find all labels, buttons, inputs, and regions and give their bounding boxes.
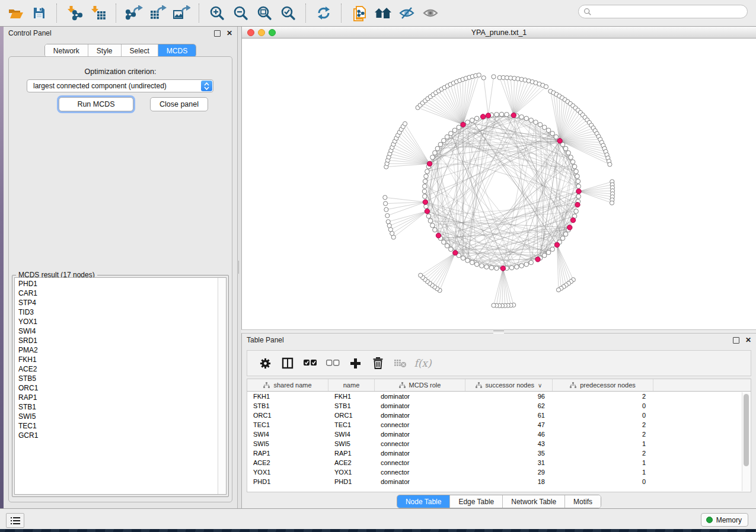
float-panel-icon[interactable] — [733, 337, 739, 344]
refresh-network-icon[interactable] — [312, 2, 336, 24]
cell-predecessor-nodes: 2 — [553, 450, 653, 457]
result-node[interactable]: FKH1 — [15, 355, 218, 364]
window-controls — [247, 29, 276, 36]
hide-selected-icon[interactable] — [395, 2, 419, 24]
result-node[interactable]: SWI4 — [15, 326, 218, 336]
column-header-MCDS-role[interactable]: MCDS role — [375, 379, 465, 391]
table-tab-node-table[interactable]: Node Table — [397, 495, 451, 508]
import-network-from-file-icon[interactable] — [63, 2, 87, 24]
table-row[interactable]: TEC1TEC1connector472 — [247, 420, 751, 430]
zoom-selected-icon[interactable] — [276, 2, 300, 24]
new-network-from-selection-icon[interactable] — [347, 2, 371, 24]
network-canvas[interactable] — [242, 39, 756, 329]
table-toolbar: f(x) — [247, 350, 751, 376]
network-window-titlebar[interactable]: YPA_prune.txt_1 — [242, 27, 756, 39]
result-scrollbar[interactable] — [218, 278, 226, 494]
tab-network[interactable]: Network — [45, 44, 88, 57]
tab-style[interactable]: Style — [88, 44, 122, 57]
cell-predecessor-nodes: 1 — [553, 469, 653, 476]
result-node[interactable]: STB1 — [15, 402, 218, 412]
result-node[interactable]: ACE2 — [15, 364, 218, 374]
network-graph[interactable] — [242, 39, 755, 329]
open-file-icon[interactable] — [4, 2, 27, 24]
run-mcds-button[interactable]: Run MCDS — [59, 97, 133, 111]
cell-shared-name: SWI4 — [247, 431, 328, 438]
table-row[interactable]: RAP1RAP1dominator352 — [247, 448, 751, 458]
save-session-icon[interactable] — [27, 2, 51, 24]
result-node[interactable]: PHD1 — [15, 279, 218, 289]
maximize-window-icon[interactable] — [269, 29, 276, 36]
result-node[interactable]: TID3 — [15, 307, 218, 317]
minimize-window-icon[interactable] — [258, 29, 265, 36]
close-panel-button[interactable]: Close panel — [150, 97, 208, 111]
deselect-all-icon[interactable] — [323, 353, 342, 373]
close-window-icon[interactable] — [247, 29, 254, 36]
add-column-icon[interactable] — [346, 353, 365, 373]
criterion-dropdown-value: largest connected component (undirected) — [27, 82, 200, 90]
table-row[interactable]: PHD1PHD1dominator180 — [247, 477, 751, 486]
result-node[interactable]: GCR1 — [15, 431, 218, 440]
zoom-out-icon[interactable] — [229, 2, 253, 24]
table-row[interactable]: YOX1YOX1connector291 — [247, 467, 751, 477]
search-input[interactable] — [595, 7, 747, 17]
close-panel-icon[interactable]: ✕ — [745, 338, 751, 343]
table-row[interactable]: ORC1ORC1dominator610 — [247, 411, 751, 420]
mcds-result-groupbox: MCDS result (17 nodes) PHD1CAR1STP4TID3Y… — [12, 275, 229, 497]
cell-successor-nodes: 62 — [465, 402, 553, 409]
table-tab-edge-table[interactable]: Edge Table — [450, 495, 503, 508]
close-panel-icon[interactable]: ✕ — [227, 31, 232, 36]
table-row[interactable]: FKH1FKH1dominator962 — [247, 392, 751, 401]
cell-MCDS-role: connector — [375, 440, 465, 447]
graph-nodes[interactable] — [383, 73, 615, 307]
column-header-successor-nodes[interactable]: successor nodes∨ — [465, 379, 553, 391]
result-node[interactable]: YOX1 — [15, 317, 218, 326]
tab-mcds[interactable]: MCDS — [158, 44, 196, 57]
import-table-from-file-icon[interactable] — [87, 2, 110, 24]
float-panel-icon[interactable] — [214, 30, 221, 37]
cell-shared-name: RAP1 — [247, 450, 328, 457]
table-row[interactable]: STB1STB1dominator620 — [247, 401, 751, 411]
tab-select[interactable]: Select — [122, 44, 158, 57]
column-panes-icon[interactable] — [278, 353, 297, 373]
horizontal-splitter[interactable] — [241, 329, 756, 334]
cell-name: ORC1 — [328, 412, 375, 419]
table-scrollbar[interactable] — [742, 392, 750, 491]
table-row[interactable]: SWI4SWI4dominator462 — [247, 430, 751, 439]
network-title: YPA_prune.txt_1 — [471, 28, 527, 37]
result-node[interactable]: SRD1 — [15, 336, 218, 345]
result-node[interactable]: ORC1 — [15, 383, 218, 393]
memory-button[interactable]: Memory — [701, 513, 748, 527]
home-icon[interactable] — [371, 2, 395, 24]
scrollbar-thumb[interactable] — [744, 394, 749, 466]
result-node[interactable]: STB5 — [15, 374, 218, 383]
delete-column-icon[interactable] — [368, 353, 387, 373]
result-node[interactable]: CAR1 — [15, 289, 218, 298]
zoom-fit-icon[interactable] — [253, 2, 276, 24]
result-node[interactable]: SWI5 — [15, 412, 218, 421]
search-box[interactable] — [578, 5, 748, 18]
table-row[interactable]: ACE2ACE2connector311 — [247, 458, 751, 467]
control-panel-header: Control Panel ✕ — [4, 27, 237, 40]
show-eye-icon[interactable] — [419, 2, 442, 24]
table-tab-network-table[interactable]: Network Table — [503, 495, 565, 508]
export-image-icon[interactable] — [170, 2, 193, 24]
delete-table-disabled-icon — [391, 353, 410, 373]
zoom-in-icon[interactable] — [205, 2, 229, 24]
select-all-icon[interactable] — [301, 353, 320, 373]
column-header-shared-name[interactable]: shared name — [247, 379, 328, 391]
result-node[interactable]: PMA2 — [15, 345, 218, 355]
cell-successor-nodes: 18 — [465, 478, 553, 485]
result-node[interactable]: TEC1 — [15, 421, 218, 431]
gear-icon[interactable] — [256, 353, 275, 373]
criterion-dropdown[interactable]: largest connected component (undirected) — [27, 79, 213, 92]
column-header-predecessor-nodes[interactable]: predecessor nodes — [553, 379, 653, 391]
result-node[interactable]: RAP1 — [15, 393, 218, 402]
table-row[interactable]: SWI5SWI5connector431 — [247, 439, 751, 448]
export-network-icon[interactable] — [122, 2, 146, 24]
table-tab-motifs[interactable]: Motifs — [565, 495, 601, 508]
mcds-result-listbox[interactable]: PHD1CAR1STP4TID3YOX1SWI4SRD1PMA2FKH1ACE2… — [14, 277, 227, 495]
export-table-icon[interactable] — [146, 2, 170, 24]
column-header-name[interactable]: name — [328, 379, 375, 391]
result-node[interactable]: STP4 — [15, 298, 218, 307]
task-history-button[interactable] — [6, 513, 24, 528]
